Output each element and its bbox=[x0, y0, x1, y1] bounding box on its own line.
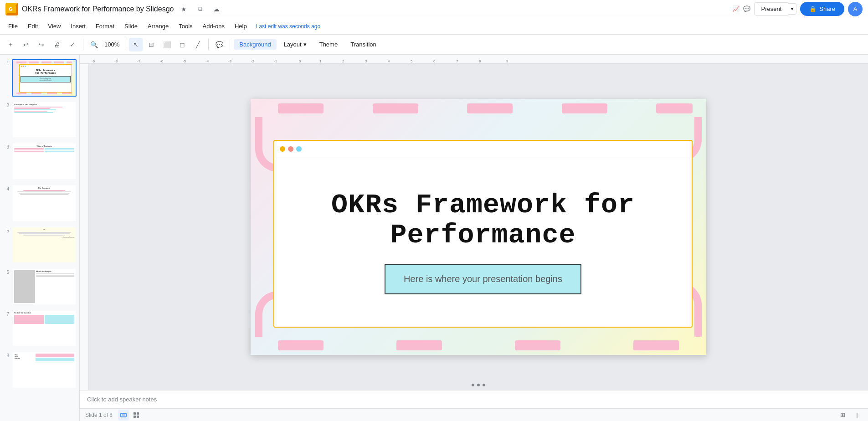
new-slide-button[interactable]: ＋ bbox=[4, 38, 17, 51]
filmstrip-view-button[interactable] bbox=[118, 410, 129, 421]
slide-thumb-3[interactable]: 3 Table of Contents bbox=[2, 142, 77, 181]
zoom-out-button[interactable]: 🔍 bbox=[87, 38, 101, 51]
slide-thumb-7[interactable]: 7 The Slide Title Goes Here! bbox=[2, 309, 77, 348]
slide-preview-3[interactable]: Table of Contents bbox=[12, 143, 77, 180]
slide-thumb-6[interactable]: 6 About the Project bbox=[2, 267, 77, 306]
deco-bar-top-1 bbox=[278, 103, 324, 113]
theme-button[interactable]: Theme bbox=[314, 39, 343, 50]
status-bar: Slide 1 of 8 ⊞ | bbox=[80, 408, 868, 421]
svg-rect-6 bbox=[134, 416, 136, 418]
slide-preview-6[interactable]: About the Project bbox=[12, 268, 77, 305]
history-icon[interactable]: ⧉ bbox=[194, 3, 206, 15]
layout-button[interactable]: Layout ▾ bbox=[278, 39, 312, 50]
last-edit-label[interactable]: Last edit was seconds ago bbox=[256, 23, 320, 30]
menu-file[interactable]: File bbox=[4, 21, 22, 31]
slide-preview-8[interactable]: Stop,Start,Proceed bbox=[12, 351, 77, 389]
slide-thumb-4[interactable]: 4 Our Company bbox=[2, 184, 77, 223]
slide-num-2: 2 bbox=[3, 103, 9, 108]
app-logo: G bbox=[5, 3, 18, 15]
cursor-icon: | bbox=[852, 410, 863, 421]
slide-main-title[interactable]: OKRs Framework for Performance bbox=[283, 190, 683, 250]
undo-button[interactable]: ↩ bbox=[19, 38, 33, 51]
menu-slide[interactable]: Slide bbox=[120, 21, 142, 31]
deco-bar-bottom-2 bbox=[396, 340, 442, 350]
editor-area: -9 -8 -7 -6 -5 -4 -3 -2 -1 0 1 2 3 4 5 6… bbox=[80, 55, 868, 421]
deco-bar-top-5 bbox=[656, 103, 693, 113]
spellcheck-button[interactable]: ✓ bbox=[66, 38, 79, 51]
shapes-button[interactable]: ◻ bbox=[175, 38, 189, 51]
browser-dot-blue bbox=[296, 146, 302, 152]
slides-panel: 1 bbox=[0, 55, 80, 421]
print-button[interactable]: 🖨 bbox=[50, 38, 64, 51]
slide-thumb-2[interactable]: 2 Contents of This Template bbox=[2, 100, 77, 139]
deco-bar-top-2 bbox=[373, 103, 418, 113]
slide-preview-2[interactable]: Contents of This Template bbox=[12, 101, 77, 139]
menu-addons[interactable]: Add-ons bbox=[198, 21, 229, 31]
browser-dot-red bbox=[288, 146, 293, 152]
deco-bar-top-3 bbox=[467, 103, 513, 113]
svg-rect-3 bbox=[122, 414, 125, 416]
image-button[interactable]: ⬜ bbox=[160, 38, 174, 51]
menu-edit[interactable]: Edit bbox=[23, 21, 42, 31]
browser-content: OKRs Framework for Performance Here is w… bbox=[274, 157, 692, 327]
slide-canvas[interactable]: OKRs Framework for Performance Here is w… bbox=[251, 99, 706, 355]
page-dot-next bbox=[483, 384, 485, 386]
slide-subtitle-box[interactable]: Here is where your presentation begins bbox=[385, 264, 581, 294]
slide-preview-7[interactable]: The Slide Title Goes Here! bbox=[12, 310, 77, 347]
slide-preview-4[interactable]: Our Company bbox=[12, 185, 77, 222]
cloud-icon[interactable]: ☁ bbox=[210, 3, 223, 15]
toolbar-divider-2 bbox=[125, 39, 125, 50]
bottom-decorative-bars bbox=[278, 340, 679, 350]
line-button[interactable]: ╱ bbox=[191, 38, 205, 51]
main-area: 1 bbox=[0, 55, 868, 421]
toolbar-divider-4 bbox=[230, 39, 230, 50]
menu-view[interactable]: View bbox=[43, 21, 65, 31]
layout-dropdown-icon: ▾ bbox=[303, 41, 307, 48]
slide-num-3: 3 bbox=[3, 144, 9, 149]
star-icon[interactable]: ★ bbox=[177, 3, 190, 15]
share-button[interactable]: 🔒 Share bbox=[800, 2, 844, 16]
text-box-button[interactable]: ⊟ bbox=[144, 38, 158, 51]
slide-preview-1[interactable]: OKRs Frameworkfor Performance Here is wh… bbox=[12, 59, 77, 97]
page-dot-prev bbox=[472, 384, 474, 386]
slide-thumb-5[interactable]: 5 “” — Someone Famous bbox=[2, 226, 77, 265]
notes-placeholder: Click to add speaker notes bbox=[87, 396, 157, 403]
transition-button[interactable]: Transition bbox=[345, 39, 382, 50]
present-button[interactable]: Present bbox=[754, 2, 788, 15]
slide-preview-5[interactable]: “” — Someone Famous bbox=[12, 226, 77, 264]
slide-num-6: 6 bbox=[3, 270, 9, 275]
slide-thumb-8[interactable]: 8 Stop,Start,Proceed bbox=[2, 350, 77, 390]
top-decorative-bars bbox=[278, 103, 693, 113]
canvas-area[interactable]: OKRs Framework for Performance Here is w… bbox=[89, 64, 868, 390]
avatar[interactable]: A bbox=[848, 2, 863, 16]
menu-insert[interactable]: Insert bbox=[66, 21, 90, 31]
slide-num-1: 1 bbox=[3, 61, 9, 66]
menu-arrange[interactable]: Arrange bbox=[143, 21, 173, 31]
page-nav bbox=[472, 384, 485, 386]
comments-icon[interactable]: 💬 bbox=[743, 5, 750, 12]
select-tool-button[interactable]: ↖ bbox=[129, 38, 143, 51]
comment-button[interactable]: 💬 bbox=[212, 38, 226, 51]
redo-button[interactable]: ↪ bbox=[35, 38, 48, 51]
background-button[interactable]: Background bbox=[234, 39, 276, 50]
ruler-horizontal: -9 -8 -7 -6 -5 -4 -3 -2 -1 0 1 2 3 4 5 6… bbox=[80, 55, 868, 64]
menu-format[interactable]: Format bbox=[91, 21, 119, 31]
toolbar: ＋ ↩ ↪ 🖨 ✓ 🔍 100% ↖ ⊟ ⬜ ◻ ╱ 💬 Background … bbox=[0, 35, 868, 55]
present-dropdown-button[interactable]: ▾ bbox=[788, 3, 796, 15]
zoom-level: 100% bbox=[103, 41, 121, 48]
toolbar-divider-3 bbox=[208, 39, 209, 50]
browser-window[interactable]: OKRs Framework for Performance Here is w… bbox=[273, 140, 693, 328]
menu-help[interactable]: Help bbox=[230, 21, 252, 31]
doc-title: OKRs Framework for Performance by Slides… bbox=[22, 5, 174, 13]
ruler-vertical bbox=[80, 64, 89, 390]
menu-tools[interactable]: Tools bbox=[174, 21, 197, 31]
activity-icon[interactable]: 📈 bbox=[732, 5, 740, 12]
slide-thumb-1[interactable]: 1 bbox=[2, 58, 77, 98]
slide-num-8: 8 bbox=[3, 353, 9, 358]
notes-area[interactable]: Click to add speaker notes bbox=[80, 390, 868, 408]
lock-icon: 🔒 bbox=[809, 5, 817, 12]
grid-view-button[interactable] bbox=[131, 410, 142, 421]
fit-screen-button[interactable]: ⊞ bbox=[837, 410, 848, 421]
slide-num-5: 5 bbox=[3, 228, 9, 233]
svg-rect-4 bbox=[134, 412, 136, 415]
